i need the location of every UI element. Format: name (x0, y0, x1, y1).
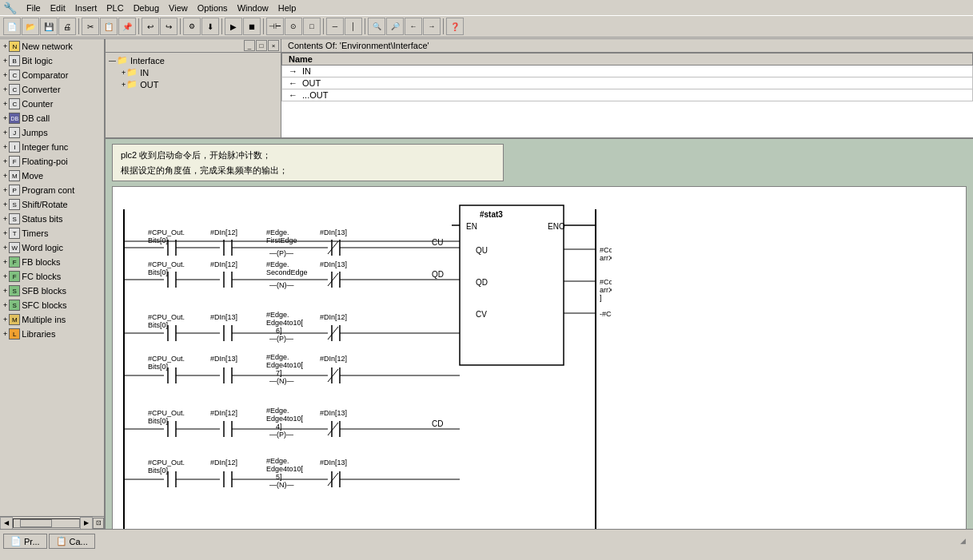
sidebar-item-shift[interactable]: + S Shift/Rotate (0, 197, 104, 212)
sidebar-item-multiple[interactable]: + M Multiple ins (0, 312, 104, 327)
icon-catalog: 📋 (56, 536, 67, 546)
save-btn[interactable]: 💾 (40, 18, 58, 35)
box-btn[interactable]: □ (303, 18, 321, 35)
tree-item-out[interactable]: + 📁 OUT (107, 78, 279, 90)
menu-options[interactable]: Options (193, 2, 233, 14)
compile-btn[interactable]: ⚙ (183, 18, 201, 35)
menu-debug[interactable]: Debug (129, 2, 164, 14)
svg-text:Bits[0]: Bits[0] (148, 467, 168, 475)
svg-text:#stat3: #stat3 (480, 210, 503, 219)
menu-help[interactable]: Help (273, 2, 301, 14)
contents-table-wrapper: Name → IN (281, 53, 973, 137)
sidebar-item-new-network[interactable]: + N New network (0, 39, 104, 54)
toolbar-sep2 (138, 18, 139, 34)
toolbar-sep6 (323, 18, 324, 34)
scroll-left-btn[interactable]: ◀ (0, 517, 13, 530)
main-container: + N New network + B Bit logic + C Compar… (0, 39, 973, 529)
coil-btn[interactable]: ⊙ (285, 18, 302, 35)
sidebar-item-program[interactable]: + P Program cont (0, 183, 104, 197)
sidebar-item-timers[interactable]: + T Timers (0, 226, 104, 240)
scroll-right-btn[interactable]: ▶ (80, 517, 93, 530)
svg-text:CU: CU (432, 238, 443, 247)
win-minimize-btn[interactable]: _ (244, 40, 255, 51)
footer-tab-pr[interactable]: 📄 Pr... (3, 534, 47, 549)
help-btn[interactable]: ❓ (446, 18, 464, 35)
vline-btn[interactable]: │ (345, 18, 362, 35)
copy-btn[interactable]: 📋 (100, 18, 118, 35)
menu-view[interactable]: View (164, 2, 193, 14)
run-btn[interactable]: ▶ (225, 18, 242, 35)
expand-icon-fb: + (3, 258, 7, 266)
comment-box: plc2 收到启动命令后，开始脉冲计数； 根据设定的角度值，完成采集频率的输出； (112, 144, 504, 181)
sidebar-item-move[interactable]: + M Move (0, 169, 104, 183)
table-row[interactable]: ← OUT (282, 77, 973, 89)
download-btn[interactable]: ⬇ (201, 18, 219, 35)
zoom-out-btn[interactable]: 🔎 (386, 18, 404, 35)
sidebar-label-multiple: Multiple ins (22, 315, 66, 324)
menu-bar: 🔧 File Edit Insert PLC Debug View Option… (0, 1, 973, 15)
arrow-left-btn[interactable]: ← (405, 18, 422, 35)
sidebar-item-sfc[interactable]: + S SFC blocks (0, 298, 104, 312)
sidebar-item-jumps[interactable]: + J Jumps (0, 125, 104, 140)
print-btn[interactable]: 🖨 (58, 18, 76, 35)
sidebar-item-converter[interactable]: + C Converter (0, 82, 104, 97)
sidebar-item-fc[interactable]: + F FC blocks (0, 269, 104, 284)
icon-counter: C (9, 98, 20, 109)
stop-btn[interactable]: ⏹ (243, 18, 261, 35)
sidebar-label-new-network: New network (22, 42, 73, 51)
icon-bit-logic: B (9, 55, 20, 66)
hline-btn[interactable]: ─ (326, 18, 344, 35)
sidebar-item-status[interactable]: + S Status bits (0, 212, 104, 226)
menu-plc[interactable]: PLC (102, 2, 128, 14)
sidebar-item-sfb[interactable]: + S SFB blocks (0, 284, 104, 298)
expand-icon-conv: + (3, 85, 7, 93)
sidebar-item-word[interactable]: + W Word logic (0, 240, 104, 255)
icon-in-folder: 📁 (126, 67, 138, 77)
expand-icon-sfc: + (3, 301, 7, 309)
win-maximize-btn[interactable]: □ (256, 40, 267, 51)
sidebar-item-libraries[interactable]: + L Libraries (0, 327, 104, 341)
arrow-right-btn[interactable]: → (423, 18, 441, 35)
menu-file[interactable]: File (22, 2, 46, 14)
svg-text:#Edge.: #Edge. (266, 407, 289, 415)
table-row[interactable]: ← ...OUT (282, 89, 973, 101)
diagram-area: plc2 收到启动命令后，开始脉冲计数； 根据设定的角度值，完成采集频率的输出；… (106, 139, 973, 529)
sidebar-item-fb[interactable]: + F FB blocks (0, 255, 104, 269)
svg-text:QU: QU (476, 246, 488, 255)
zoom-in-btn[interactable]: 🔍 (368, 18, 385, 35)
tree-expand-in: + (122, 69, 126, 77)
sidebar-item-floating[interactable]: + F Floating-poi (0, 154, 104, 169)
table-row[interactable]: → IN (282, 66, 973, 77)
icon-sfb: S (9, 285, 20, 296)
tree-item-in[interactable]: + 📁 IN (107, 66, 279, 78)
svg-text:arrXCon[10: arrXCon[10 (600, 286, 612, 294)
sidebar-label-comp: Comparator (22, 70, 68, 80)
sidebar-item-integer[interactable]: + I Integer func (0, 140, 104, 154)
svg-text:—(N)—: —(N)— (269, 377, 294, 385)
expand-icon-ctr: + (3, 100, 7, 108)
scroll-track[interactable] (13, 518, 80, 528)
paste-btn[interactable]: 📌 (118, 18, 136, 35)
menu-insert[interactable]: Insert (70, 2, 102, 14)
icon-out-folder: 📁 (126, 79, 138, 89)
win-close-btn[interactable]: × (268, 40, 279, 51)
icon-shift: S (9, 199, 20, 210)
cut-btn[interactable]: ✂ (82, 18, 99, 35)
footer-tab-ca[interactable]: 📋 Ca... (49, 534, 95, 549)
sidebar-item-comparator[interactable]: + C Comparator (0, 68, 104, 82)
sidebar-item-counter[interactable]: + C Counter (0, 97, 104, 111)
menu-edit[interactable]: Edit (46, 2, 70, 14)
menu-window[interactable]: Window (233, 2, 273, 14)
undo-btn[interactable]: ↩ (142, 18, 159, 35)
new-btn[interactable]: 📄 (3, 18, 21, 35)
svg-text:#Edge.: #Edge. (266, 260, 289, 268)
footer-tab-ca-label: Ca... (70, 537, 88, 546)
col-header-name: Name (282, 54, 973, 66)
tree-item-interface[interactable]: — 📁 Interface (107, 54, 279, 66)
redo-btn[interactable]: ↪ (160, 18, 177, 35)
contact-btn[interactable]: ⊣⊢ (266, 18, 284, 35)
svg-text:#DIn[13]: #DIn[13] (210, 313, 237, 321)
open-btn[interactable]: 📂 (22, 18, 39, 35)
sidebar-item-bit-logic[interactable]: + B Bit logic (0, 54, 104, 68)
sidebar-item-db-call[interactable]: + DB DB call (0, 111, 104, 125)
